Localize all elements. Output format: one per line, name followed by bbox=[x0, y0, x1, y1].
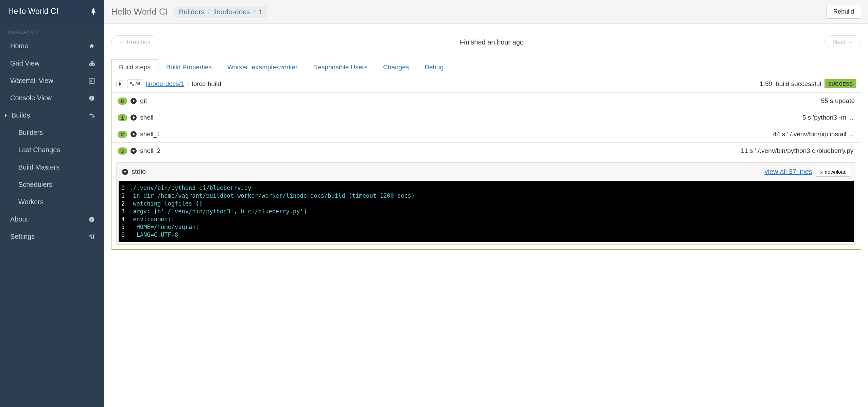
next-build-button[interactable]: Next → bbox=[825, 35, 861, 49]
step-meta: 5 s 'python3 -m ...' bbox=[802, 114, 855, 121]
build-nav: ← Previous Finished an hour ago Next → bbox=[111, 24, 861, 59]
svg-rect-8 bbox=[91, 218, 92, 218]
nav-label: Console View bbox=[10, 94, 52, 102]
chevron-down-icon bbox=[131, 148, 137, 154]
log-line: 3 argv: [b'./.venv/bin/python3', b'ci/bl… bbox=[120, 208, 852, 215]
tab-build-properties[interactable]: Build Properties bbox=[158, 59, 220, 75]
home-icon bbox=[89, 43, 96, 49]
nav-builders[interactable]: Builders bbox=[0, 124, 104, 141]
tab-changes[interactable]: Changes bbox=[375, 59, 417, 75]
svg-rect-3 bbox=[91, 99, 92, 100]
step-meta: 55 s update bbox=[821, 97, 855, 105]
log-line: 5 HOME=/home/vagrant bbox=[120, 223, 852, 231]
chevron-right-icon bbox=[5, 113, 7, 118]
sidebar: Hello World CI NAVIGATION Home Grid View… bbox=[0, 0, 104, 407]
tab-worker[interactable]: Worker: example-worker bbox=[220, 59, 306, 75]
expand-toggle-button[interactable] bbox=[116, 81, 124, 87]
nav-label: Builders bbox=[18, 129, 43, 137]
svg-point-11 bbox=[93, 236, 94, 237]
nav-workers[interactable]: Workers bbox=[0, 193, 104, 211]
chevron-right-icon bbox=[131, 114, 137, 121]
info-icon bbox=[89, 216, 96, 223]
tab-build-steps[interactable]: Build steps bbox=[111, 59, 158, 75]
gears-icon bbox=[89, 112, 96, 119]
nav-home[interactable]: Home bbox=[0, 37, 104, 55]
nav-console-view[interactable]: Console View bbox=[0, 89, 104, 107]
build-link[interactable]: linode-docs/1 bbox=[146, 80, 184, 88]
download-button[interactable]: download bbox=[816, 167, 850, 177]
nav-label: Workers bbox=[18, 198, 44, 206]
log-line: 4 environment: bbox=[120, 215, 852, 223]
previous-build-button[interactable]: ← Previous bbox=[111, 35, 158, 49]
step-number: 2 bbox=[118, 131, 127, 138]
nav-label: Settings bbox=[10, 233, 35, 241]
log-name: stdio bbox=[132, 168, 146, 176]
expand-icon bbox=[130, 82, 134, 86]
rebuild-button[interactable]: Rebuild bbox=[826, 5, 861, 19]
nav-settings[interactable]: Settings bbox=[0, 228, 104, 245]
breadcrumb-sep: / bbox=[208, 8, 210, 16]
success-badge: SUCCESS bbox=[824, 79, 856, 88]
nav-section-label: NAVIGATION bbox=[0, 23, 104, 37]
tab-responsible-users[interactable]: Responsible Users bbox=[306, 59, 375, 75]
log-line: 2 watching logfiles {} bbox=[120, 200, 852, 208]
sidebar-title: Hello World CI bbox=[8, 7, 58, 16]
chevron-right-icon bbox=[119, 82, 121, 86]
build-panel: All linode-docs/1 | force build 1:59 bui… bbox=[111, 75, 861, 250]
chevron-right-icon bbox=[131, 131, 137, 137]
crumb-builders[interactable]: Builders bbox=[179, 8, 205, 16]
build-duration: 1:59 bbox=[760, 80, 772, 88]
nav-label: Build Masters bbox=[18, 163, 59, 171]
svg-rect-7 bbox=[91, 219, 92, 221]
sliders-icon bbox=[89, 234, 96, 240]
step-name: shell bbox=[140, 114, 153, 121]
chevron-right-icon bbox=[131, 98, 137, 104]
breadcrumb: Builders / linode-docs / 1 bbox=[174, 6, 267, 18]
step-name: git bbox=[140, 97, 147, 105]
log-panel: stdio view all 37 lines download 0./.ven… bbox=[116, 162, 856, 245]
chevron-down-icon[interactable] bbox=[122, 169, 128, 175]
step-row[interactable]: 3 shell_2 11 s './.venv/bin/python3 ci/b… bbox=[111, 143, 861, 159]
breadcrumb-sep: / bbox=[253, 8, 255, 16]
expand-all-button[interactable]: All bbox=[127, 79, 143, 88]
nav-label: Last Changes bbox=[18, 146, 60, 154]
pin-icon[interactable] bbox=[91, 8, 96, 15]
build-status-text: Finished an hour ago bbox=[460, 38, 524, 46]
build-header: All linode-docs/1 | force build 1:59 bui… bbox=[111, 75, 861, 93]
view-all-lines-link[interactable]: view all 37 lines bbox=[765, 168, 812, 176]
tab-debug[interactable]: Debug bbox=[417, 59, 451, 75]
build-reason-sep: | bbox=[187, 80, 189, 88]
cubes-icon bbox=[89, 60, 96, 67]
nav-label: Grid View bbox=[10, 59, 39, 67]
nav-waterfall-view[interactable]: Waterfall View bbox=[0, 72, 104, 89]
build-result-text: build successful bbox=[776, 80, 821, 88]
log-line: 0./.venv/bin/python3 ci/blueberry.py bbox=[120, 184, 852, 192]
nav-build-masters[interactable]: Build Masters bbox=[0, 159, 104, 176]
alert-icon bbox=[89, 95, 96, 101]
crumb-build-num[interactable]: 1 bbox=[259, 8, 263, 16]
nav-about[interactable]: About bbox=[0, 211, 104, 228]
barchart-icon bbox=[89, 78, 96, 84]
svg-point-4 bbox=[90, 113, 92, 115]
step-row[interactable]: 0 git 55 s update bbox=[111, 93, 861, 109]
step-name: shell_2 bbox=[140, 147, 160, 155]
tabs: Build steps Build Properties Worker: exa… bbox=[111, 59, 861, 75]
terminal[interactable]: 0./.venv/bin/python3 ci/blueberry.py 1 i… bbox=[119, 181, 854, 242]
svg-rect-2 bbox=[91, 96, 92, 99]
step-row[interactable]: 2 shell_1 44 s './.venv/bin/pip install … bbox=[111, 126, 861, 143]
log-line: 1 in dir /home/vagrant/buildbot-worker/w… bbox=[120, 192, 852, 200]
nav-schedulers[interactable]: Schedulers bbox=[0, 176, 104, 193]
nav-last-changes[interactable]: Last Changes bbox=[0, 141, 104, 159]
build-reason: force build bbox=[191, 80, 221, 88]
nav-label: Waterfall View bbox=[10, 77, 53, 85]
step-row[interactable]: 1 shell 5 s 'python3 -m ...' bbox=[111, 109, 861, 126]
nav-label: Schedulers bbox=[18, 181, 52, 189]
step-name: shell_1 bbox=[140, 130, 160, 138]
topbar: Hello World CI Builders / linode-docs / … bbox=[104, 0, 868, 24]
nav-label: About bbox=[10, 215, 28, 223]
nav-builds[interactable]: Builds bbox=[0, 107, 104, 124]
step-number: 1 bbox=[118, 114, 127, 121]
crumb-builder-name[interactable]: linode-docs bbox=[213, 8, 250, 16]
nav-grid-view[interactable]: Grid View bbox=[0, 55, 104, 72]
svg-point-5 bbox=[93, 116, 94, 117]
